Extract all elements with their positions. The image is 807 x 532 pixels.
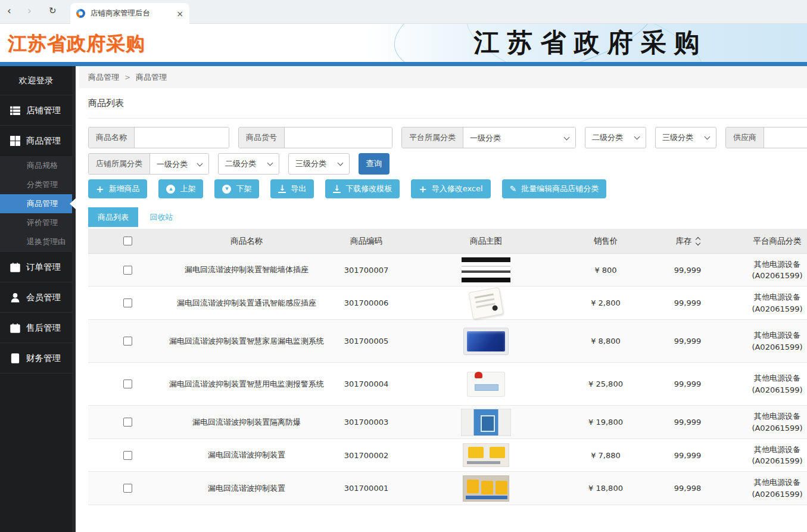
tab-close-icon[interactable]: × (176, 9, 183, 18)
page-title: 商品列表 (88, 98, 807, 109)
product-category: 其他电源设备(A02061599) (752, 372, 802, 396)
sidebar-item-aftersales-management[interactable]: 售后管理 (0, 313, 72, 343)
sidebar-item-member-management[interactable]: 会员管理 (0, 282, 72, 313)
row-checkbox[interactable] (123, 451, 132, 460)
shop-level2-select[interactable]: 二级分类 (218, 153, 279, 175)
row-checkbox[interactable] (123, 418, 132, 427)
filter-row-2: 店铺所属分类 一级分类 二级分类 三级分类 查询 (88, 153, 807, 175)
product-image[interactable] (463, 328, 509, 355)
submenu-item-review-management[interactable]: 评价管理 (0, 213, 72, 232)
col-product-name: 商品名称 (230, 236, 263, 247)
product-code: 301700007 (344, 266, 388, 275)
row-checkbox[interactable] (123, 337, 132, 346)
product-sku-label: 商品货号 (239, 127, 285, 148)
shop-category-label: 店铺所属分类 (89, 154, 150, 174)
submenu-item-product-specs[interactable]: 商品规格 (0, 156, 72, 175)
product-image[interactable] (468, 287, 503, 319)
product-name: 漏电回流谐波抑制装置智慧家居漏电监测系统 (169, 336, 324, 347)
product-name-label: 商品名称 (89, 127, 135, 148)
breadcrumb-item: 商品管理 (136, 72, 167, 83)
download-icon (333, 185, 341, 193)
product-table: 商品名称 商品编码 商品主图 销售价 库存 平台商品分类 漏电回流谐波抑制装置智… (88, 229, 807, 505)
select-all-checkbox[interactable] (123, 237, 132, 245)
tab-product-list[interactable]: 商品列表 (88, 207, 138, 227)
download-icon (278, 185, 286, 193)
product-stock: 99,999 (674, 266, 702, 275)
tab-title: 店铺商家管理后台 (91, 8, 173, 18)
table-body: 漏电回流谐波抑制装置智能墙体插座 301700007 ¥ 800 99,999 … (88, 254, 807, 505)
shop-level1-select[interactable]: 一级分类 (150, 154, 208, 175)
product-name: 漏电回流谐波抑制装置智能墙体插座 (185, 265, 309, 275)
sidebar-item-order-management[interactable]: 订单管理 (0, 252, 72, 282)
edit-icon (510, 184, 517, 194)
row-checkbox[interactable] (123, 379, 132, 388)
banner-title: 江苏省政府采购 (466, 26, 708, 60)
chevron-down-icon (634, 133, 640, 139)
table-row: 漏电回流谐波抑制装置 301700001 ¥ 18,800 99,998 其他电… (88, 472, 807, 505)
col-product-image: 商品主图 (470, 236, 502, 247)
export-button[interactable]: 导出 (270, 179, 314, 198)
product-image[interactable] (463, 475, 509, 502)
product-category: 其他电源设备(A02061599) (752, 329, 802, 353)
shop-level3-select[interactable]: 三级分类 (288, 153, 350, 175)
supplier-input[interactable] (764, 127, 807, 148)
col-platform-category: 平台商品分类 (753, 236, 802, 247)
product-image[interactable] (461, 409, 511, 436)
submenu-item-category-management[interactable]: 分类管理 (0, 175, 72, 194)
calendar-icon (10, 323, 20, 333)
divider (88, 118, 807, 119)
site-favicon-icon (76, 9, 85, 18)
grid-icon (10, 136, 20, 146)
reload-icon[interactable]: ↻ (49, 5, 57, 16)
product-name-input[interactable] (135, 127, 229, 148)
sidebar-item-finance-management[interactable]: 财务管理 (0, 343, 72, 374)
product-code: 301700003 (344, 418, 388, 427)
row-checkbox[interactable] (123, 298, 132, 307)
product-image[interactable] (463, 443, 509, 467)
product-stock: 99,999 (674, 379, 702, 388)
product-price: ¥ 800 (594, 266, 616, 275)
table-row: 漏电回流谐波抑制装置智能墙体插座 301700007 ¥ 800 99,999 … (88, 254, 807, 287)
calendar-icon (10, 262, 20, 272)
query-button[interactable]: 查询 (359, 153, 390, 175)
platform-level2-select[interactable]: 二级分类 (585, 127, 646, 148)
browser-tab[interactable]: 店铺商家管理后台 × (70, 3, 189, 24)
platform-level1-select[interactable]: 一级分类 (463, 127, 575, 148)
forward-icon[interactable]: › (27, 5, 32, 17)
tab-recycle-bin[interactable]: 回收站 (138, 207, 185, 227)
platform-category-label: 平台所属分类 (402, 127, 463, 148)
breadcrumb-item[interactable]: 商品管理 (88, 72, 119, 83)
sidebar-item-shop-management[interactable]: 店铺管理 (0, 95, 72, 126)
submenu-item-return-reasons[interactable]: 退换货理由 (0, 232, 72, 251)
col-stock[interactable]: 库存 (676, 236, 700, 247)
row-checkbox[interactable] (123, 484, 132, 493)
table-header: 商品名称 商品编码 商品主图 销售价 库存 平台商品分类 (88, 229, 807, 254)
sidebar-item-product-management[interactable]: 商品管理 (0, 126, 72, 156)
take-off-shelf-button[interactable]: 下架 (214, 179, 259, 198)
product-sku-input[interactable] (285, 127, 392, 148)
product-image[interactable] (467, 372, 505, 397)
product-name: 漏电回流谐波抑制装置通讯智能感应插座 (177, 298, 316, 309)
product-code: 301700005 (344, 337, 388, 346)
product-name: 漏电回流谐波抑制装置智慧用电监测报警系统 (169, 379, 324, 390)
platform-level3-select[interactable]: 三级分类 (655, 127, 716, 148)
download-template-button[interactable]: 下载修改模板 (325, 179, 400, 198)
sort-icon[interactable] (696, 238, 700, 245)
product-image[interactable] (462, 257, 510, 282)
back-icon[interactable]: ‹ (7, 5, 11, 17)
table-row: 漏电回流谐波抑制装置通讯智能感应插座 301700006 ¥ 2,800 99,… (88, 287, 807, 320)
batch-edit-category-button[interactable]: 批量编辑商品店铺分类 (502, 179, 607, 198)
product-category: 其他电源设备(A02061599) (752, 410, 802, 434)
list-icon (10, 105, 20, 116)
table-row: 漏电回流谐波抑制装置 301700002 ¥ 7,880 99,999 其他电源… (88, 439, 807, 472)
platform-category-filter: 平台所属分类 一级分类 (401, 127, 576, 148)
product-price: ¥ 8,800 (591, 337, 621, 346)
import-excel-button[interactable]: 导入修改excel (411, 179, 490, 198)
add-product-button[interactable]: 新增商品 (88, 179, 147, 198)
product-name: 漏电回流谐波抑制装置隔离防爆 (192, 417, 301, 428)
put-on-shelf-button[interactable]: 上架 (158, 179, 203, 198)
submenu-item-product-management-active[interactable]: 商品管理 (0, 194, 72, 213)
product-name: 漏电回流谐波抑制装置 (208, 483, 285, 494)
product-name-filter: 商品名称 (88, 127, 229, 148)
row-checkbox[interactable] (123, 266, 132, 275)
